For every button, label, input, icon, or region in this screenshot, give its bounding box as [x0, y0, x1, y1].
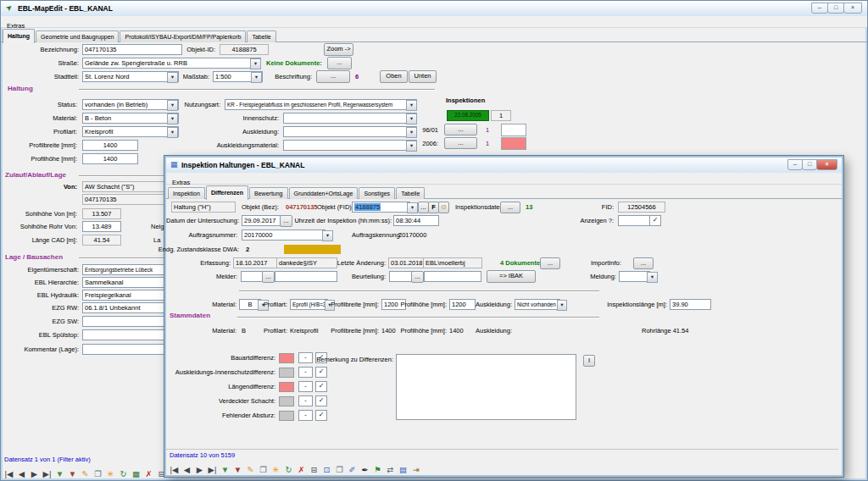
ezg-sw-field[interactable] — [82, 316, 167, 327]
diff-value-field[interactable]: - — [298, 410, 313, 421]
innenschutz-field[interactable] — [283, 113, 417, 124]
material-dropdown[interactable]: ▼ — [167, 113, 178, 124]
profilbreite-field[interactable]: 1400 — [82, 140, 138, 151]
diff-checkbox[interactable]: ✓ — [315, 395, 327, 406]
ebl-hierarchie-field[interactable]: Sammelkanal — [82, 277, 167, 288]
beschriftung-button[interactable]: ... — [316, 70, 350, 83]
bezeichnung-field[interactable]: 047170135 — [82, 44, 182, 55]
bemerkung-textarea[interactable] — [396, 354, 576, 420]
nutzungsart-field[interactable]: KR - Freispiegelabfluss im geschlossenen… — [225, 99, 417, 110]
select-region-icon[interactable]: ⊡ — [320, 463, 333, 477]
transfer-icon[interactable]: ⇄ — [384, 463, 397, 477]
nutzungsart-dropdown[interactable]: ▼ — [406, 100, 417, 111]
minimize-button[interactable]: – — [811, 3, 828, 14]
tab-protokoll-isybau-export[interactable]: Protokoll/ISYBAU-Export/DM/FP/Papierkorb — [120, 30, 246, 42]
edit-pencil-icon[interactable]: ✎ — [244, 463, 257, 477]
dialog-dokumente-button[interactable]: ... — [540, 257, 560, 269]
massstab-dropdown[interactable]: ▼ — [251, 72, 262, 83]
sohlhoehe-rohr-field[interactable]: 13.489 — [82, 221, 121, 232]
importinfo-button[interactable]: ... — [633, 257, 654, 269]
maximize-button[interactable]: □ — [827, 3, 844, 14]
anzeigen-field[interactable] — [618, 215, 650, 226]
tab-haltung[interactable]: Haltung — [3, 29, 35, 43]
eigentuemerschaft-field[interactable]: Entsorgungsbetriebe Lübeck — [82, 264, 167, 275]
image-icon[interactable]: ▦ — [130, 467, 142, 481]
insp-auskleidung-dropdown[interactable]: ▼ — [557, 300, 567, 311]
next-record-icon[interactable]: ▶ — [28, 467, 41, 481]
beurteilung-button[interactable]: ... — [411, 271, 424, 283]
tab-bewertung[interactable]: Bewertung — [249, 187, 287, 199]
beurteilung-name-field[interactable] — [424, 271, 481, 282]
prev-record-icon[interactable]: ◀ — [181, 463, 193, 477]
diff-value-field[interactable]: - — [298, 381, 313, 392]
new-record-icon[interactable]: ✳ — [104, 467, 117, 481]
dialog-minimize-button[interactable]: – — [787, 159, 803, 170]
bemerkung-info-button[interactable]: I — [583, 355, 595, 367]
tab-differenzen[interactable]: Differenzen — [206, 185, 248, 200]
last-record-icon[interactable]: ▶| — [41, 467, 53, 481]
edit-pencil-icon[interactable]: ✎ — [79, 467, 92, 481]
innenschutz-dropdown[interactable]: ▼ — [406, 113, 417, 124]
insp-profilart-field[interactable]: Eprofil (H/B=3/2) — [290, 299, 328, 310]
delete-icon[interactable]: ✗ — [142, 467, 155, 481]
tab-geometrie-und-baugruppen[interactable]: Geometrie und Baugruppen — [36, 30, 119, 42]
refresh-icon[interactable]: ↻ — [117, 467, 130, 481]
profilart-field[interactable]: Kreisprofil — [82, 126, 179, 137]
last-record-icon[interactable]: ▶| — [206, 463, 219, 477]
meldung-dropdown[interactable]: ▼ — [647, 272, 658, 283]
objekt-fid-dropdown[interactable]: ▼ — [407, 202, 418, 213]
pen-icon[interactable]: ✒ — [359, 463, 371, 477]
lightbulb-button[interactable]: ʘ — [438, 202, 449, 213]
delete-icon[interactable]: ✗ — [295, 463, 308, 477]
ezg-rw-field[interactable]: 06.1.8/1 Unbekannt — [82, 302, 167, 313]
new-record-icon[interactable]: ✳ — [270, 463, 282, 477]
main-titlebar[interactable]: ➤ EBL-MapEdit - EBL_KANAL – □ × — [1, 1, 867, 17]
copy-pages-icon[interactable]: ❐ — [333, 463, 346, 477]
diff-value-field[interactable]: - — [298, 367, 313, 378]
datum-button[interactable]: ... — [280, 215, 292, 227]
melder-button[interactable]: ... — [262, 271, 275, 283]
melder-name-field[interactable] — [275, 271, 337, 282]
inspektion-2006-button[interactable]: ... — [444, 137, 477, 149]
first-record-icon[interactable]: |◀ — [168, 463, 181, 477]
copy-record-icon[interactable]: ❐ — [257, 463, 270, 477]
diff-checkbox[interactable]: ✓ — [315, 367, 327, 378]
meldung-field[interactable] — [619, 271, 650, 282]
close-button[interactable]: × — [843, 3, 862, 14]
exit-icon[interactable]: ⇥ — [409, 463, 422, 477]
insp-auskleidung-field[interactable]: Nicht vorhanden — [515, 299, 560, 310]
brush-icon[interactable]: ✐ — [346, 463, 359, 477]
auskleidungsmaterial-field[interactable] — [283, 140, 417, 151]
status-field[interactable]: vorhanden (in Betrieb) — [82, 99, 179, 110]
beurteilung-code-field[interactable] — [389, 271, 414, 282]
prev-record-icon[interactable]: ◀ — [15, 467, 28, 481]
next-record-icon[interactable]: ▶ — [193, 463, 206, 477]
filter-set-icon[interactable]: ▼ — [53, 467, 66, 481]
datum-field[interactable]: 29.09.2017 — [242, 215, 282, 226]
diff-value-field[interactable]: - — [298, 395, 313, 406]
ebl-spuelstop-field[interactable] — [82, 329, 167, 340]
objekt-fid-field[interactable]: 4188875 — [352, 202, 410, 213]
diff-checkbox[interactable]: ✓ — [315, 410, 327, 421]
zoom-button[interactable]: Zoom -> — [324, 43, 353, 56]
inspektionslaenge-field[interactable]: 39.90 — [670, 299, 711, 310]
unten-button[interactable]: Unten — [409, 70, 437, 83]
kommentar-lage-field[interactable] — [82, 344, 167, 355]
inspektion-96-button[interactable]: ... — [444, 124, 477, 135]
profilart-dropdown[interactable]: ▼ — [167, 127, 178, 138]
auftragsnummer-field[interactable]: 20170000 — [242, 229, 326, 240]
tab-tabelle-dialog[interactable]: Tabelle — [396, 187, 425, 199]
auftragsnummer-dropdown[interactable]: ▼ — [322, 230, 333, 241]
auskleidung-field[interactable] — [283, 126, 417, 137]
tab-tabelle[interactable]: Tabelle — [247, 30, 275, 42]
stadtteil-field[interactable]: St. Lorenz Nord — [82, 71, 179, 82]
copy-record-icon[interactable]: ❐ — [92, 467, 104, 481]
inspektionsdaten-button[interactable]: ... — [500, 202, 520, 213]
chart-icon[interactable]: ▤ — [397, 463, 409, 477]
diff-checkbox[interactable]: ✓ — [315, 381, 327, 392]
anzeigen-checkbox[interactable]: ✓ — [649, 215, 661, 226]
ibak-button[interactable]: => IBAK — [487, 270, 536, 283]
dialog-titlebar[interactable]: ▦ Inspektion Haltungen - EBL_KANAL – □ × — [166, 158, 842, 174]
stadtteil-dropdown[interactable]: ▼ — [167, 72, 178, 83]
flag-icon[interactable]: ⚑ — [371, 463, 384, 477]
